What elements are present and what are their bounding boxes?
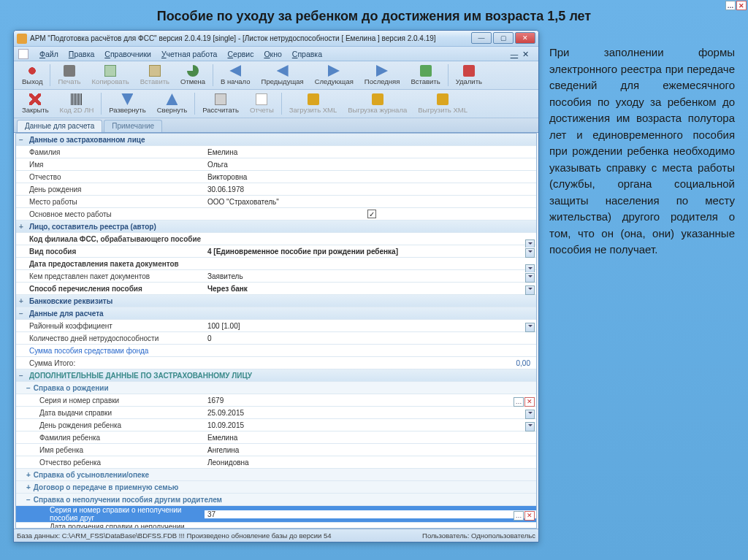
last-button[interactable]: Последняя — [359, 63, 405, 88]
transfer-dropdown[interactable] — [525, 285, 535, 295]
region-dropdown[interactable] — [525, 323, 535, 332]
status-user: Пользователь: Однопользовательс — [422, 532, 535, 540]
value-firstname[interactable]: Ольга — [205, 161, 536, 169]
undo-icon — [187, 65, 199, 77]
checkbox-main-work[interactable]: ✓ — [367, 210, 376, 218]
value-cert-series[interactable]: 1679…✕ — [205, 396, 536, 404]
app-icon — [17, 34, 27, 44]
value-dob[interactable]: 30.06.1978 — [205, 185, 536, 193]
undo-button[interactable]: Отмена — [175, 63, 210, 88]
paste-button[interactable]: Вставить — [135, 63, 175, 88]
issue-date-dropdown[interactable] — [525, 410, 535, 419]
value-child-dob[interactable]: 10.09.2015 — [205, 421, 536, 429]
toolbar-main: Выход Печать Копировать Вставить Отмена … — [14, 61, 538, 90]
exit-icon — [26, 65, 38, 77]
value-region-coef[interactable]: 100 [1.00] — [205, 322, 536, 330]
section-author[interactable]: +Лицо, составитель реестра (автор)…✕ — [16, 220, 536, 233]
section-insured[interactable]: −Данные о застрахованном лице — [16, 134, 536, 146]
close-button[interactable]: ✕ — [515, 32, 535, 44]
status-bar: База данных: C:\ARM_FSS\DataBase\BDFSS.F… — [14, 529, 538, 542]
print-button[interactable]: Печать — [53, 63, 85, 88]
section-extra-insured[interactable]: −ДОПОЛНИТЕЛЬНЫЕ ДАННЫЕ ПО ЗАСТРАХОВАННОМ… — [16, 369, 536, 382]
tab-calc-data[interactable]: Данные для расчета — [17, 120, 102, 132]
label-transfer: Способ перечисления пособия — [16, 285, 205, 293]
value-child-lastname[interactable]: Емелина — [205, 434, 536, 442]
collapse-button[interactable]: Свернуть — [152, 91, 193, 116]
close-form-button[interactable]: Закрыть — [17, 91, 54, 116]
label-patronymic: Отчество — [16, 173, 205, 181]
docs-by-dropdown[interactable] — [525, 273, 535, 283]
value-patronymic[interactable]: Викторовна — [205, 173, 536, 181]
copy-button[interactable]: Копировать — [87, 63, 134, 88]
label-workplace: Место работы — [16, 198, 205, 206]
value-child-patronymic[interactable]: Леонидовна — [205, 459, 536, 467]
value-lastname[interactable]: Емелина — [205, 148, 536, 156]
export-icon — [437, 93, 449, 105]
value-benefit-type[interactable]: 4 [Единовременное пособие при рождении р… — [205, 248, 536, 256]
menu-window[interactable]: Окно — [259, 50, 286, 58]
label-child-firstname: Имя ребенка — [16, 446, 205, 454]
section-birth-cert[interactable]: −Справка о рождении — [16, 382, 536, 394]
value-disable-days[interactable]: 0 — [205, 334, 536, 342]
titlebar: АРМ "Подготовка расчётов для ФСС" версия… — [14, 31, 538, 47]
label-dob: День рождения — [16, 185, 205, 193]
section-bank[interactable]: +Банковские реквизиты — [16, 295, 536, 307]
code2d-button[interactable]: Код 2D ЛН — [55, 91, 99, 116]
upload-icon — [372, 93, 383, 105]
value-main-work[interactable]: ✓ — [205, 210, 536, 218]
menu-service[interactable]: Сервис — [222, 50, 259, 58]
label-op-series: Серия и номер справки о неполучении посо… — [16, 506, 205, 522]
status-db: База данных: C:\ARM_FSS\DataBase\BDFSS.F… — [17, 532, 332, 540]
loadxml-button[interactable]: Загрузить XML — [284, 91, 343, 116]
label-lastname: Фамилия — [16, 148, 205, 156]
section-adopt-cert[interactable]: +Справка об усыновлении/опеке — [16, 469, 536, 481]
value-child-firstname[interactable]: Ангелина — [205, 446, 536, 454]
cert-more-button[interactable]: … — [514, 397, 524, 407]
tab-note[interactable]: Примечание — [104, 120, 162, 132]
label-fund-sum[interactable]: Сумма пособия средствами фонда — [16, 347, 205, 355]
next-button[interactable]: Следующая — [310, 63, 359, 88]
maximize-button[interactable]: ▢ — [493, 32, 514, 44]
value-transfer[interactable]: Через банк — [205, 285, 536, 293]
collapse-icon — [166, 93, 178, 105]
paste-icon — [149, 65, 161, 77]
insert-icon — [420, 65, 432, 77]
op-more-button[interactable]: … — [514, 511, 524, 521]
section-foster[interactable]: +Договор о передаче в приемную семью — [16, 481, 536, 494]
exportxml-button[interactable]: Выгрузить XML — [413, 91, 473, 116]
label-child-patronymic: Отчество ребенка — [16, 459, 205, 467]
barcode-icon — [71, 93, 83, 105]
cert-clear-button[interactable]: ✕ — [524, 397, 535, 407]
reports-button[interactable]: Отчеты — [245, 91, 279, 116]
uploadlog-button[interactable]: Выгрузка журнала — [343, 91, 412, 116]
label-disable-days: Количество дней нетрудоспособности — [16, 334, 205, 342]
prev-button[interactable]: Предыдущая — [256, 63, 309, 88]
delete-button[interactable]: Удалить — [451, 63, 487, 88]
insert-button[interactable]: Вставить — [405, 63, 445, 88]
exit-button[interactable]: Выход — [17, 63, 47, 88]
minimize-button[interactable]: — — [471, 32, 492, 44]
expand-button[interactable]: Развернуть — [104, 91, 150, 116]
first-icon — [229, 65, 241, 77]
menu-edit[interactable]: Правка — [64, 50, 99, 58]
section-calc[interactable]: −Данные для расчета — [16, 307, 536, 320]
document-icon — [18, 49, 28, 59]
value-cert-issue-date[interactable]: 25.09.2015 — [205, 409, 536, 417]
value-workplace[interactable]: ООО "Страхователь" — [205, 198, 536, 206]
first-button[interactable]: В начало — [215, 63, 255, 88]
benefit-type-dropdown[interactable] — [525, 248, 535, 258]
label-op-date: Дата получения справки о неполучении пос… — [16, 523, 205, 529]
child-dob-dropdown[interactable] — [525, 422, 535, 431]
print-icon — [64, 65, 75, 77]
toolbar-secondary: Закрыть Код 2D ЛН Развернуть Свернуть Ра… — [14, 90, 538, 118]
menu-accounting[interactable]: Учетная работа — [156, 50, 223, 58]
label-child-lastname: Фамилия ребенка — [16, 434, 205, 442]
menu-help[interactable]: Справка — [287, 50, 327, 58]
menu-file[interactable]: Файл — [34, 50, 64, 58]
value-docs-by[interactable]: Заявитель — [205, 272, 536, 280]
section-other-parent[interactable]: −Справка о неполучении пособия другим ро… — [16, 494, 536, 506]
op-clear-button[interactable]: ✕ — [524, 511, 535, 521]
calc-button[interactable]: Рассчитать — [197, 91, 244, 116]
menu-references[interactable]: Справочники — [99, 50, 156, 58]
value-op-series[interactable]: 37…✕ — [205, 510, 536, 518]
